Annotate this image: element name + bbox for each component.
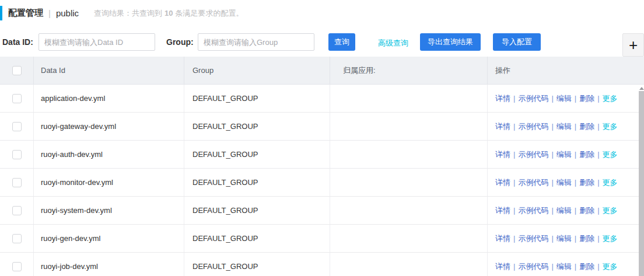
edit-link[interactable]: 编辑 (556, 149, 572, 160)
action-separator: | (597, 94, 599, 103)
action-separator: | (575, 178, 576, 187)
page-title: 配置管理 (8, 8, 43, 19)
sample-code-link[interactable]: 示例代码 (518, 149, 548, 160)
row-actions: 详情|示例代码|编辑|删除|更多 (487, 141, 644, 168)
scrollbar-thumb[interactable] (639, 91, 644, 276)
more-link[interactable]: 更多 (603, 93, 618, 104)
edit-link[interactable]: 编辑 (556, 233, 572, 244)
sample-code-link[interactable]: 示例代码 (518, 177, 548, 188)
action-separator: | (597, 150, 599, 159)
row-checkbox[interactable] (12, 178, 22, 187)
more-link[interactable]: 更多 (603, 261, 618, 272)
table-scrollbar (639, 85, 644, 276)
data-id-label: Data ID: (2, 37, 33, 47)
group-value: DEFAULT_GROUP (184, 113, 330, 140)
more-link[interactable]: 更多 (603, 121, 618, 132)
delete-link[interactable]: 删除 (579, 261, 594, 272)
sample-code-link[interactable]: 示例代码 (518, 233, 548, 244)
add-config-button[interactable]: + (622, 33, 644, 57)
import-config-button[interactable]: 导入配置 (493, 33, 541, 51)
row-checkbox-cell (0, 225, 33, 252)
action-separator: | (597, 206, 599, 215)
detail-link[interactable]: 详情 (495, 233, 510, 244)
sample-code-link[interactable]: 示例代码 (518, 205, 548, 216)
row-checkbox[interactable] (12, 94, 22, 103)
detail-link[interactable]: 详情 (495, 261, 510, 272)
edit-link[interactable]: 编辑 (556, 93, 572, 104)
row-checkbox-cell (0, 113, 33, 140)
edit-link[interactable]: 编辑 (556, 121, 572, 132)
row-checkbox-cell (0, 197, 33, 224)
query-button[interactable]: 查询 (328, 33, 355, 51)
namespace-label[interactable]: public (56, 8, 79, 18)
more-link[interactable]: 更多 (603, 177, 618, 188)
delete-link[interactable]: 删除 (579, 121, 594, 132)
title-separator: | (48, 8, 51, 18)
row-checkbox[interactable] (12, 234, 22, 243)
row-checkbox[interactable] (12, 262, 22, 271)
data-id-value: ruoyi-job-dev.yml (33, 253, 184, 276)
data-id-value: application-dev.yml (33, 85, 184, 112)
group-value: DEFAULT_GROUP (184, 141, 330, 168)
detail-link[interactable]: 详情 (495, 205, 510, 216)
row-checkbox-cell (0, 253, 33, 276)
action-separator: | (597, 122, 599, 131)
group-input[interactable] (198, 33, 314, 51)
data-id-value: ruoyi-gateway-dev.yml (33, 113, 184, 140)
summary-prefix: 查询结果：共查询到 (94, 9, 162, 18)
action-separator: | (551, 206, 553, 215)
delete-link[interactable]: 删除 (579, 233, 594, 244)
sample-code-link[interactable]: 示例代码 (518, 121, 548, 132)
advanced-query-link[interactable]: 高级查询 (378, 38, 408, 48)
action-separator: | (513, 262, 515, 271)
row-checkbox[interactable] (12, 122, 22, 131)
app-value (330, 141, 487, 168)
more-link[interactable]: 更多 (603, 233, 618, 244)
query-result-summary: 查询结果：共查询到10条满足要求的配置。 (94, 8, 243, 19)
delete-link[interactable]: 删除 (579, 93, 594, 104)
detail-link[interactable]: 详情 (495, 121, 510, 132)
group-label: Group: (166, 37, 194, 47)
column-header-data-id: Data Id (33, 57, 184, 84)
edit-link[interactable]: 编辑 (556, 261, 572, 272)
delete-link[interactable]: 删除 (579, 205, 594, 216)
table-row: ruoyi-gen-dev.yml DEFAULT_GROUP 详情|示例代码|… (0, 225, 644, 253)
more-link[interactable]: 更多 (603, 149, 618, 160)
edit-link[interactable]: 编辑 (556, 205, 572, 216)
action-separator: | (551, 94, 553, 103)
action-separator: | (597, 262, 599, 271)
row-actions: 详情|示例代码|编辑|删除|更多 (487, 113, 644, 140)
action-separator: | (575, 122, 576, 131)
row-checkbox[interactable] (12, 206, 22, 215)
row-actions: 详情|示例代码|编辑|删除|更多 (487, 253, 644, 276)
edit-link[interactable]: 编辑 (556, 177, 572, 188)
data-id-input[interactable] (38, 33, 155, 51)
sample-code-link[interactable]: 示例代码 (518, 261, 548, 272)
export-results-button[interactable]: 导出查询结果 (420, 33, 481, 51)
detail-link[interactable]: 详情 (495, 93, 510, 104)
action-separator: | (597, 178, 599, 187)
app-value (330, 253, 487, 276)
table-row: ruoyi-system-dev.yml DEFAULT_GROUP 详情|示例… (0, 197, 644, 225)
detail-link[interactable]: 详情 (495, 177, 510, 188)
group-value: DEFAULT_GROUP (184, 169, 330, 196)
page-header: 配置管理 | public 查询结果：共查询到10条满足要求的配置。 (0, 6, 244, 20)
delete-link[interactable]: 删除 (579, 149, 594, 160)
action-separator: | (597, 234, 599, 243)
more-link[interactable]: 更多 (603, 205, 618, 216)
sample-code-link[interactable]: 示例代码 (518, 93, 548, 104)
row-actions: 详情|示例代码|编辑|删除|更多 (487, 85, 644, 112)
scroll-up-arrow[interactable] (639, 85, 644, 91)
action-separator: | (575, 94, 576, 103)
detail-link[interactable]: 详情 (495, 149, 510, 160)
action-separator: | (551, 150, 553, 159)
table-row: ruoyi-auth-dev.yml DEFAULT_GROUP 详情|示例代码… (0, 141, 644, 169)
row-actions: 详情|示例代码|编辑|删除|更多 (487, 225, 644, 252)
select-all-checkbox[interactable] (12, 66, 22, 75)
title-accent-bar (0, 6, 2, 20)
delete-link[interactable]: 删除 (579, 177, 594, 188)
action-separator: | (513, 122, 515, 131)
group-value: DEFAULT_GROUP (184, 197, 330, 224)
row-checkbox[interactable] (12, 150, 22, 159)
action-separator: | (513, 178, 515, 187)
